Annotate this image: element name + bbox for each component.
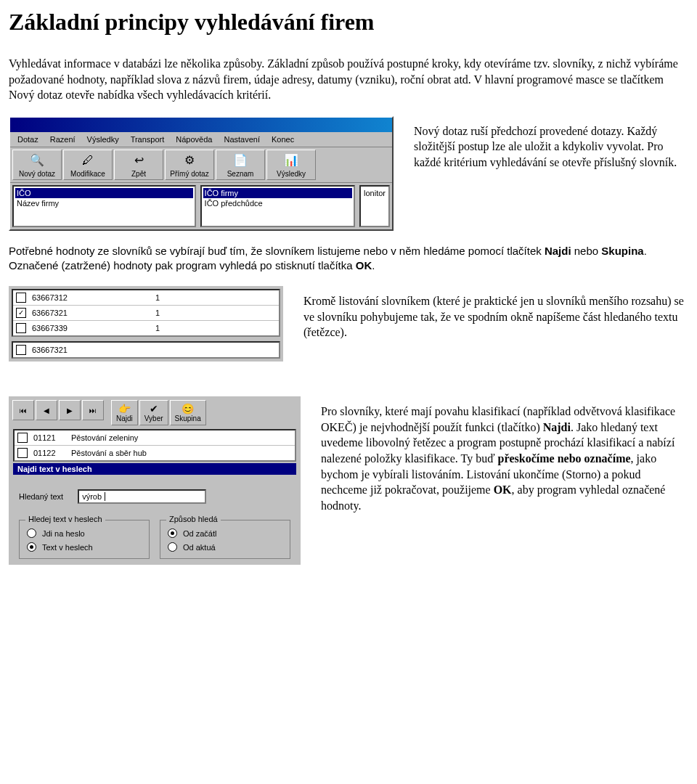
novy-dotaz-button[interactable]: 🔍 Nový dotaz — [12, 150, 62, 180]
list-item[interactable]: Název firmy — [15, 198, 193, 208]
value-cell: 1 — [155, 309, 160, 317]
checkbox[interactable] — [16, 345, 26, 355]
dialog-body: Hledaný text výrob Hledej text v heslech… — [13, 475, 296, 563]
text-bold: OK — [494, 483, 512, 496]
dialog-title: Najdi text v heslech — [13, 463, 296, 475]
prev-button[interactable]: ◀ — [36, 400, 57, 420]
search-icon: 🔍 — [28, 152, 46, 168]
page-title: Základní principy vyhledávání firem — [9, 9, 688, 36]
value-cell: 1 — [155, 324, 160, 332]
seznam-button[interactable]: 📄 Seznam — [216, 150, 265, 180]
list-item[interactable]: 63667339 1 — [13, 321, 279, 335]
group-icon: 😊 — [182, 403, 194, 415]
group-search-in: Hledej text v heslech Jdi na heslo Text … — [19, 520, 150, 559]
input-value: výrob — [82, 492, 102, 501]
najdi-button[interactable]: 👉 Najdi — [111, 400, 138, 425]
radio[interactable] — [168, 542, 177, 552]
next-button[interactable]: ▶ — [59, 400, 81, 420]
text: Potřebné hodnoty ze slovníků se vybírají… — [9, 245, 545, 257]
checkbox[interactable] — [16, 323, 26, 333]
zpet-button[interactable]: ↩ Zpět — [114, 150, 163, 180]
toolbtn-label: Výsledky — [277, 170, 306, 178]
code-cell: 63667312 — [32, 293, 155, 302]
skupina-button[interactable]: 😊 Skupina — [170, 400, 206, 425]
radio-option[interactable]: Od začátl — [168, 526, 282, 540]
radio-label: Jdi na heslo — [42, 529, 85, 538]
radio-option[interactable]: Text v heslech — [27, 540, 142, 554]
check-icon: ✔ — [150, 403, 158, 415]
navbtn-label: Vyber — [144, 415, 163, 422]
menu-item[interactable]: Transport — [125, 134, 171, 145]
menu-item[interactable]: Konec — [266, 134, 300, 145]
vyber-button[interactable]: ✔ Vyber — [139, 400, 168, 425]
menu-item[interactable]: Dotaz — [12, 134, 44, 145]
side-paragraph-2: Kromě listování slovníkem (které je prak… — [303, 293, 688, 340]
modifikace-button[interactable]: 🖊 Modifikace — [63, 150, 113, 180]
side-paragraph-3: Pro slovníky, které mají povahu klasifik… — [321, 404, 688, 513]
dictionary-grid[interactable]: 63667312 1 ✓ 63667321 1 63667339 1 — [12, 289, 280, 337]
intro-paragraph: Vyhledávat informace v databázi lze něko… — [9, 56, 688, 103]
find-icon: 👉 — [118, 403, 131, 415]
list-item[interactable]: ✓ 63667321 1 — [13, 306, 279, 321]
criteria-list[interactable]: IČO Název firmy — [12, 185, 196, 227]
primy-dotaz-button[interactable]: ⚙ Přímý dotaz — [165, 150, 214, 180]
right-list[interactable]: lonitor — [359, 185, 390, 227]
menu-item[interactable]: Razení — [44, 134, 81, 145]
search-text-input[interactable]: výrob — [78, 489, 206, 504]
text-bold: Najdi — [545, 245, 571, 257]
group-search-mode: Způsob hledá Od začátl Od aktuá — [160, 520, 290, 559]
vysledky-button[interactable]: 📊 Výsledky — [266, 150, 316, 180]
menubar: Dotaz Razení Výsledky Transport Nápověda… — [10, 132, 392, 147]
text: nebo — [571, 245, 602, 257]
group-legend: Hledej text v heslech — [25, 515, 105, 523]
toolbar: 🔍 Nový dotaz 🖊 Modifikace ↩ Zpět ⚙ Přímý… — [10, 147, 392, 183]
checkbox[interactable] — [17, 433, 28, 443]
code-cell: 63667321 — [32, 309, 155, 317]
group-legend: Způsob hledá — [166, 515, 221, 523]
text-cell: Pěstování zeleniny — [71, 433, 138, 442]
text-cell: Pěstování a sběr hub — [71, 449, 147, 457]
list-item[interactable]: 01122 Pěstování a sběr hub — [15, 446, 295, 460]
checkbox[interactable] — [17, 448, 28, 458]
screenshot-main-window: Dotaz Razení Výsledky Transport Nápověda… — [9, 116, 394, 231]
screenshot-dictionary-list: 63667312 1 ✓ 63667321 1 63667339 1 63667… — [9, 286, 283, 362]
radio-label: Od začátl — [183, 529, 216, 538]
search-label: Hledaný text — [19, 492, 63, 501]
radio-label: Text v heslech — [42, 543, 93, 552]
radio[interactable] — [27, 542, 36, 552]
screenshot-find-dialog: ⏮ ◀ ▶ ⏭ 👉 Najdi ✔ Vyber 😊 Skupina 01121 … — [9, 396, 301, 565]
checkbox[interactable] — [16, 293, 26, 303]
list-item[interactable]: IČO firmy — [203, 188, 352, 198]
classification-list[interactable]: 01121 Pěstování zeleniny 01122 Pěstování… — [13, 429, 296, 462]
results-icon: 📊 — [282, 152, 301, 168]
code-cell: 01121 — [33, 433, 71, 442]
radio[interactable] — [27, 528, 36, 538]
first-button[interactable]: ⏮ — [12, 400, 34, 420]
last-button[interactable]: ⏭ — [82, 400, 104, 420]
text: . — [372, 259, 375, 271]
navbtn-label: Najdi — [116, 415, 133, 422]
list-item[interactable]: 63667312 1 — [13, 290, 279, 306]
back-icon: ↩ — [129, 152, 148, 168]
input-value: 63667321 — [32, 346, 68, 354]
list-item[interactable]: 01121 Pěstování zeleniny — [15, 430, 295, 446]
radio-option[interactable]: Jdi na heslo — [27, 526, 142, 540]
list-item[interactable]: lonitor — [362, 188, 387, 198]
list-item[interactable]: IČO předchůdce — [203, 198, 352, 208]
menu-item[interactable]: Nápověda — [170, 134, 218, 145]
toolbtn-label: Seznam — [227, 170, 254, 178]
search-input[interactable]: 63667321 — [12, 341, 280, 359]
text-bold: Najdi — [543, 421, 571, 433]
menu-item[interactable]: Nastavení — [218, 134, 266, 145]
text-bold: OK — [356, 259, 372, 271]
edit-icon: 🖊 — [78, 152, 97, 168]
radio[interactable] — [168, 528, 177, 538]
subcriteria-list[interactable]: IČO firmy IČO předchůdce — [200, 185, 355, 227]
text-bold: přeskočíme nebo označíme — [498, 452, 631, 465]
navbtn-label: Skupina — [175, 415, 201, 422]
list-icon: 📄 — [231, 152, 250, 168]
list-item[interactable]: IČO — [15, 188, 193, 198]
menu-item[interactable]: Výsledky — [81, 134, 125, 145]
radio-option[interactable]: Od aktuá — [168, 540, 282, 554]
checkbox[interactable]: ✓ — [16, 308, 26, 318]
